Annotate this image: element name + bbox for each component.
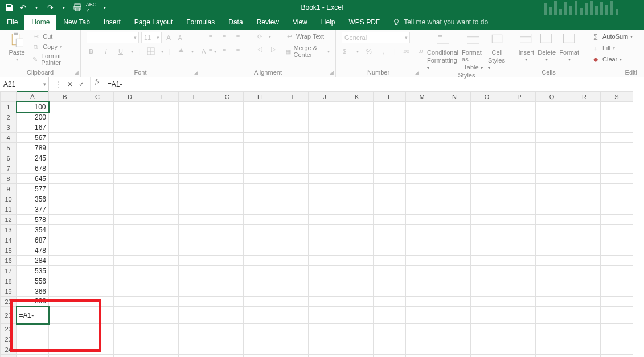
cell-Q19[interactable]	[536, 286, 568, 297]
cell-E7[interactable]	[146, 163, 179, 174]
cell-Q1[interactable]	[536, 102, 568, 112]
cell-C17[interactable]	[81, 266, 114, 276]
cell-G1[interactable]	[211, 102, 244, 112]
cell-E10[interactable]	[146, 194, 179, 204]
cell-O5[interactable]	[471, 143, 503, 153]
cell-C6[interactable]	[81, 153, 114, 163]
cell-G22[interactable]	[211, 324, 244, 334]
cell-F1[interactable]	[179, 102, 211, 112]
cell-I22[interactable]	[276, 324, 309, 334]
accounting-format-icon[interactable]: $	[342, 47, 351, 56]
cell-O9[interactable]	[471, 184, 503, 194]
format-cells-button[interactable]: Format▾	[559, 32, 579, 62]
cell-S13[interactable]	[601, 225, 633, 235]
cell-S8[interactable]	[601, 174, 633, 184]
cell-I18[interactable]	[276, 276, 309, 286]
cell-F5[interactable]	[179, 143, 211, 153]
cell-E13[interactable]	[146, 225, 179, 235]
cell-Q6[interactable]	[536, 153, 568, 163]
cell-C16[interactable]	[81, 256, 114, 266]
cell-G8[interactable]	[211, 174, 244, 184]
cell-I19[interactable]	[276, 286, 309, 297]
cell-G4[interactable]	[211, 133, 244, 143]
cell-D7[interactable]	[114, 163, 146, 174]
cell-Q24[interactable]	[536, 344, 568, 355]
cell-A4[interactable]: 567	[17, 133, 49, 143]
cell-S7[interactable]	[601, 163, 633, 174]
cell-A20[interactable]: 390	[17, 297, 49, 307]
cell-R19[interactable]	[568, 286, 601, 297]
cell-P4[interactable]	[503, 133, 536, 143]
cell-G6[interactable]	[211, 153, 244, 163]
align-bottom-icon[interactable]: ≡	[233, 32, 243, 41]
cell-O24[interactable]	[471, 344, 503, 355]
name-box[interactable]: A21	[0, 77, 49, 91]
tab-help[interactable]: Help	[314, 15, 342, 30]
cell-S10[interactable]	[601, 194, 633, 204]
cell-J16[interactable]	[309, 256, 341, 266]
tab-formulas[interactable]: Formulas	[179, 15, 221, 30]
cell-P10[interactable]	[503, 194, 536, 204]
cell-F13[interactable]	[179, 225, 211, 235]
spellcheck-icon[interactable]: ABC✓	[87, 3, 96, 12]
cell-N11[interactable]	[438, 204, 471, 215]
cell-A1[interactable]: 100	[17, 102, 49, 112]
cell-styles-button[interactable]: Cell Styles ▾	[488, 32, 506, 71]
cell-D1[interactable]	[114, 102, 146, 112]
cell-Q8[interactable]	[536, 174, 568, 184]
cell-A3[interactable]: 167	[17, 122, 49, 133]
format-as-table-button[interactable]: Format as Table ▾	[462, 32, 485, 71]
cell-S20[interactable]	[601, 297, 633, 307]
align-middle-icon[interactable]: ≡	[220, 32, 229, 41]
merge-center-button[interactable]: ▦Merge & Center ▾	[285, 44, 330, 58]
cell-S18[interactable]	[601, 276, 633, 286]
cell-S24[interactable]	[601, 344, 633, 355]
cell-F22[interactable]	[179, 324, 211, 334]
cell-K2[interactable]	[341, 112, 374, 122]
cell-O21[interactable]	[471, 307, 503, 324]
cell-R6[interactable]	[568, 153, 601, 163]
cell-M24[interactable]	[406, 344, 438, 355]
cell-K4[interactable]	[341, 133, 374, 143]
percent-format-icon[interactable]: %	[364, 47, 374, 56]
dialog-launcher-icon[interactable]: ◢	[194, 69, 198, 75]
cell-F19[interactable]	[179, 286, 211, 297]
cell-I21[interactable]	[276, 307, 309, 324]
cell-H5[interactable]	[244, 143, 276, 153]
cell-A17[interactable]: 535	[17, 266, 49, 276]
cell-S22[interactable]	[601, 324, 633, 334]
cell-L16[interactable]	[374, 256, 406, 266]
cell-D10[interactable]	[114, 194, 146, 204]
cell-H24[interactable]	[244, 344, 276, 355]
cell-N3[interactable]	[438, 122, 471, 133]
cell-R15[interactable]	[568, 245, 601, 256]
cell-J8[interactable]	[309, 174, 341, 184]
cell-J15[interactable]	[309, 245, 341, 256]
cell-C5[interactable]	[81, 143, 114, 153]
row-header-21[interactable]: 21	[1, 307, 17, 324]
cell-R13[interactable]	[568, 225, 601, 235]
cell-I11[interactable]	[276, 204, 309, 215]
increase-decimal-icon[interactable]: .00	[401, 47, 411, 56]
cell-C20[interactable]	[81, 297, 114, 307]
col-header-S[interactable]: S	[601, 92, 633, 102]
cell-J18[interactable]	[309, 276, 341, 286]
col-header-G[interactable]: G	[211, 92, 244, 102]
cell-N13[interactable]	[438, 225, 471, 235]
cell-I7[interactable]	[276, 163, 309, 174]
fill-button[interactable]: ↓Fill ▾	[591, 43, 615, 52]
cell-J23[interactable]	[309, 334, 341, 344]
cell-M6[interactable]	[406, 153, 438, 163]
cell-D16[interactable]	[114, 256, 146, 266]
cell-F23[interactable]	[179, 334, 211, 344]
cell-B20[interactable]	[49, 297, 81, 307]
insert-cells-button[interactable]: Insert▾	[518, 32, 534, 62]
cell-C11[interactable]	[81, 204, 114, 215]
cell-B5[interactable]	[49, 143, 81, 153]
cell-N17[interactable]	[438, 266, 471, 276]
cell-F6[interactable]	[179, 153, 211, 163]
cell-O25[interactable]	[471, 355, 503, 358]
cell-K23[interactable]	[341, 334, 374, 344]
cell-R12[interactable]	[568, 215, 601, 225]
cell-F12[interactable]	[179, 215, 211, 225]
